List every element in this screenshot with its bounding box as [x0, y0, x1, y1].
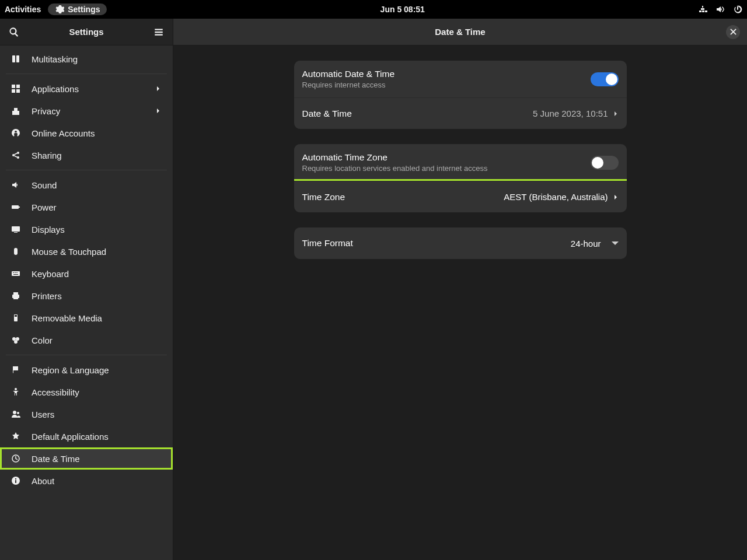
sidebar-item-label: Date & Time — [32, 454, 162, 464]
sidebar-item-region-language[interactable]: Region & Language — [0, 359, 173, 381]
sidebar-item-label: Sound — [32, 180, 162, 190]
svg-rect-5 — [16, 89, 20, 93]
sidebar-item-color[interactable]: Color — [0, 329, 173, 351]
svg-rect-12 — [14, 232, 18, 233]
sidebar-item-applications[interactable]: Applications — [0, 78, 173, 100]
volume-icon — [715, 5, 725, 14]
time-format-row[interactable]: Time Format 24-hour — [294, 228, 627, 259]
sidebar-item-label: Removable Media — [32, 313, 162, 323]
sidebar-separator — [6, 170, 167, 170]
sidebar-item-mouse-touchpad[interactable]: Mouse & Touchpad — [0, 240, 173, 262]
svg-point-27 — [15, 388, 17, 390]
gear-icon — [55, 5, 64, 14]
power-icon — [11, 202, 21, 212]
sidebar-item-privacy[interactable]: Privacy — [0, 100, 173, 122]
sidebar-item-label: Displays — [32, 225, 162, 235]
sidebar-item-sharing[interactable]: Sharing — [0, 144, 173, 166]
window-close-button[interactable] — [726, 25, 740, 39]
sidebar-item-accessibility[interactable]: Accessibility — [0, 381, 173, 403]
sidebar-item-multitasking[interactable]: Multitasking — [0, 48, 173, 70]
sidebar-item-label: Applications — [32, 84, 145, 94]
svg-point-7 — [17, 152, 19, 154]
svg-rect-17 — [16, 272, 18, 273]
search-icon — [9, 27, 19, 37]
content-headerbar: Date & Time — [173, 19, 747, 46]
default-apps-icon — [11, 431, 21, 442]
sidebar-item-label: Printers — [32, 291, 162, 301]
svg-rect-11 — [12, 226, 20, 232]
svg-rect-2 — [12, 85, 15, 88]
sidebar-item-label: Region & Language — [32, 365, 162, 375]
sidebar-item-label: Online Accounts — [32, 128, 162, 138]
svg-rect-15 — [13, 272, 14, 273]
svg-rect-21 — [13, 297, 18, 299]
color-icon — [11, 335, 21, 345]
time-zone-row[interactable]: Time Zone AEST (Brisbane, Australia) — [294, 181, 627, 212]
svg-rect-1 — [16, 55, 19, 62]
chevron-right-icon — [613, 111, 619, 117]
sidebar-item-sound[interactable]: Sound — [0, 174, 173, 196]
settings-window: Settings MultitaskingApplicationsPrivacy… — [0, 19, 747, 560]
sidebar-item-label: Power — [32, 202, 162, 212]
sidebar-item-power[interactable]: Power — [0, 196, 173, 218]
sidebar-separator — [6, 355, 167, 355]
sidebar-item-keyboard[interactable]: Keyboard — [0, 262, 173, 285]
svg-point-29 — [17, 412, 19, 414]
date-time-group: Automatic Date & Time Requires internet … — [294, 61, 627, 129]
activities-button[interactable]: Activities — [5, 5, 41, 14]
svg-rect-3 — [16, 85, 20, 88]
date-time-row[interactable]: Date & Time 5 June 2023, 10:51 — [294, 97, 627, 129]
svg-point-8 — [17, 156, 19, 159]
sidebar-item-default-applications[interactable]: Default Applications — [0, 425, 173, 447]
automatic-time-zone-label: Automatic Time Zone — [302, 152, 591, 163]
automatic-time-zone-subtitle: Requires location services enabled and i… — [302, 164, 591, 173]
primary-menu-button[interactable] — [152, 25, 166, 39]
sidebar-item-removable-media[interactable]: Removable Media — [0, 307, 173, 329]
sidebar-item-label: Mouse & Touchpad — [32, 247, 162, 257]
privacy-icon — [11, 106, 21, 116]
sidebar-item-displays[interactable]: Displays — [0, 218, 173, 240]
time-zone-value: AEST (Brisbane, Australia) — [504, 192, 608, 202]
date-time-label: Date & Time — [302, 108, 533, 119]
sidebar-item-users[interactable]: Users — [0, 403, 173, 425]
svg-rect-16 — [15, 272, 16, 273]
chevron-right-icon — [155, 86, 162, 92]
svg-point-25 — [16, 337, 19, 341]
date-time-value: 5 June 2023, 10:51 — [533, 108, 608, 118]
users-icon — [11, 409, 21, 419]
gnome-top-panel: Activities Settings Jun 5 08:51 — [0, 0, 747, 19]
keyboard-icon — [11, 268, 21, 279]
sidebar-item-label: Keyboard — [32, 269, 162, 279]
chevron-right-icon — [155, 108, 162, 114]
sharing-icon — [11, 150, 21, 160]
panel-clock[interactable]: Jun 5 08:51 — [107, 5, 698, 14]
svg-rect-13 — [14, 248, 18, 255]
close-icon — [730, 29, 736, 35]
svg-rect-33 — [15, 478, 16, 480]
sidebar-item-online-accounts[interactable]: Online Accounts — [0, 122, 173, 144]
caret-down-icon — [612, 242, 619, 245]
search-button[interactable] — [7, 25, 21, 39]
applications-icon — [11, 83, 21, 94]
sidebar-item-label: About — [32, 476, 162, 486]
region-icon — [11, 365, 21, 375]
network-icon — [698, 5, 707, 14]
power-icon — [733, 5, 742, 14]
content-area: Date & Time Automatic Date & Time Requir… — [173, 19, 747, 560]
sidebar-item-about[interactable]: About — [0, 470, 173, 492]
current-app-indicator[interactable]: Settings — [48, 4, 107, 15]
sidebar-separator — [6, 74, 167, 74]
sidebar-item-printers[interactable]: Printers — [0, 285, 173, 307]
sidebar-list: MultitaskingApplicationsPrivacyOnline Ac… — [0, 46, 173, 560]
accessibility-icon — [11, 387, 21, 397]
settings-sidebar: Settings MultitaskingApplicationsPrivacy… — [0, 19, 173, 560]
automatic-date-time-switch[interactable] — [591, 72, 619, 86]
automatic-time-zone-switch[interactable] — [591, 156, 619, 170]
panel-status-area[interactable] — [698, 5, 742, 14]
sidebar-item-label: Multitasking — [32, 54, 162, 64]
sidebar-item-date-time[interactable]: Date & Time — [0, 447, 173, 470]
sidebar-headerbar: Settings — [0, 19, 173, 46]
svg-point-28 — [13, 411, 16, 414]
about-icon — [11, 475, 21, 486]
chevron-right-icon — [613, 194, 619, 200]
